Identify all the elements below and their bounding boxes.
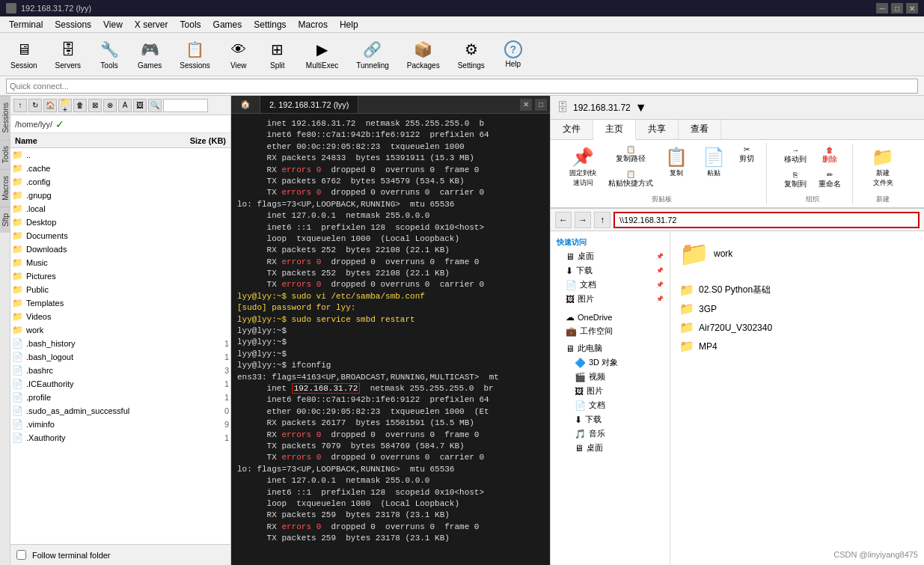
menu-item-help[interactable]: Help	[334, 18, 364, 31]
list-item[interactable]: 📁 Documents	[10, 229, 230, 242]
folder-3gp[interactable]: 📁 3GP	[676, 299, 918, 318]
ribbon-tab-view[interactable]: 查看	[679, 120, 721, 139]
col-size[interactable]: Size (KB)	[169, 136, 229, 145]
nav-3d-objects[interactable]: 🔷 3D 对象	[551, 355, 670, 370]
col-name[interactable]: Name	[12, 136, 169, 145]
nav-downloads[interactable]: ⬇ 下载 📌	[551, 263, 670, 278]
nav-music[interactable]: 🎵 音乐	[551, 427, 670, 441]
folder-python[interactable]: 📁 02.S0 Python基础	[676, 281, 918, 299]
nav-desktop2[interactable]: 🖥 桌面	[551, 441, 670, 455]
ribbon-tab-home[interactable]: 主页	[593, 120, 636, 140]
list-item[interactable]: 📄 .bashrc 3	[10, 364, 230, 377]
nav-desktop[interactable]: 🖥 桌面 📌	[551, 249, 670, 263]
nav-images[interactable]: 🖼 图片	[551, 384, 670, 398]
folder-mp4[interactable]: 📁 MP4	[676, 337, 918, 355]
toolbar-sessions[interactable]: 📋 Sessions	[175, 36, 215, 73]
menu-item-settings[interactable]: Settings	[248, 18, 292, 31]
copy-btn[interactable]: 📋 复制	[658, 143, 694, 182]
terminal-close-btn[interactable]: ✕	[520, 99, 532, 111]
terminal-home-tab[interactable]: 🏠	[231, 96, 260, 113]
ribbon-tab-file[interactable]: 文件	[551, 120, 593, 139]
ribbon-tab-share[interactable]: 共享	[636, 120, 679, 139]
nav-onedrive[interactable]: ☁ OneDrive	[551, 311, 670, 324]
minimize-button[interactable]: ─	[876, 3, 888, 13]
nav-docs2[interactable]: 📄 文档	[551, 398, 670, 412]
fp-refresh-btn[interactable]: ↻	[28, 99, 42, 112]
list-item[interactable]: 📁 Desktop	[10, 216, 230, 229]
menu-item-view[interactable]: View	[97, 18, 129, 31]
new-folder-btn[interactable]: 📁 新建文件夹	[865, 143, 901, 192]
toolbar-help[interactable]: ? Help	[498, 37, 528, 71]
addr-forward-btn[interactable]: →	[575, 212, 591, 228]
toolbar-session[interactable]: 🖥 Session	[6, 36, 42, 73]
nav-pictures[interactable]: 🖼 图片 📌	[551, 292, 670, 306]
cut-btn[interactable]: ✂ 剪切	[733, 143, 760, 166]
toolbar-servers[interactable]: 🗄 Servers	[51, 36, 85, 73]
rename-btn[interactable]: ✏ 重命名	[813, 168, 846, 192]
nav-workspace[interactable]: 💼 工作空间	[551, 324, 670, 338]
fp-up-btn[interactable]: ↑	[13, 99, 27, 112]
menu-item-terminal[interactable]: Terminal	[3, 18, 49, 31]
tools-side-tab[interactable]: Tools	[0, 139, 10, 169]
addr-up-btn[interactable]: ↑	[594, 212, 611, 228]
list-item[interactable]: 📁 .local	[10, 202, 230, 216]
list-item[interactable]: 📁 ..	[10, 148, 230, 162]
list-item[interactable]: 📁 work	[10, 323, 230, 337]
move-to-btn[interactable]: → 移动到	[779, 144, 812, 167]
list-item[interactable]: 📄 .Xauthority 1	[10, 431, 230, 445]
list-item[interactable]: 📁 .cache	[10, 162, 230, 175]
list-item[interactable]: 📄 .viminfo 9	[10, 418, 230, 431]
maximize-button[interactable]: □	[891, 3, 903, 13]
list-item[interactable]: 📁 Downloads	[10, 242, 230, 256]
terminal-max-btn[interactable]: □	[535, 99, 547, 111]
list-item[interactable]: 📁 Templates	[10, 296, 230, 310]
paste-btn[interactable]: 📄 粘贴	[696, 143, 732, 192]
menu-item-games[interactable]: Games	[207, 18, 248, 31]
addr-back-btn[interactable]: ←	[555, 212, 572, 228]
fp-filter-btn[interactable]: ⊠	[88, 99, 102, 112]
close-button[interactable]: ✕	[906, 3, 918, 13]
list-item[interactable]: 📁 Public	[10, 283, 230, 296]
fp-home-btn[interactable]: 🏠	[43, 99, 57, 112]
toolbar-multiexec[interactable]: ▶ MultiExec	[302, 36, 343, 73]
list-item[interactable]: 📄 .bash_logout 1	[10, 350, 230, 364]
fp-new-folder-btn[interactable]: 📁+	[58, 99, 72, 112]
toolbar-split[interactable]: ⊞ Split	[263, 36, 293, 73]
terminal-content[interactable]: inet 192.168.31.72 netmask 255.255.255.0…	[231, 114, 550, 565]
nav-videos[interactable]: 🎬 视频	[551, 370, 670, 384]
menu-item-tools[interactable]: Tools	[174, 18, 207, 31]
menu-item-sessions[interactable]: Sessions	[49, 18, 97, 31]
macros-side-tab[interactable]: Macros	[0, 169, 10, 207]
fp-image-btn[interactable]: 🖼	[133, 99, 147, 112]
quick-connect-input[interactable]	[6, 79, 918, 94]
list-item[interactable]: 📁 .gnupg	[10, 189, 230, 202]
toolbar-packages[interactable]: 📦 Packages	[403, 36, 444, 73]
fp-search-btn[interactable]: 🔍	[148, 99, 162, 112]
fp-delete-btn[interactable]: 🗑	[73, 99, 87, 112]
list-item[interactable]: 📁 Pictures	[10, 269, 230, 283]
toolbar-games[interactable]: 🎮 Games	[133, 36, 166, 73]
fp-search-input[interactable]	[163, 99, 208, 112]
folder-item-work[interactable]: 📁 work	[676, 237, 918, 270]
sessions-side-tab[interactable]: Sessions	[0, 96, 10, 139]
fp-stop-btn[interactable]: ⊗	[103, 99, 117, 112]
pin-to-quick-btn[interactable]: 📌 固定到快速访问	[563, 143, 603, 192]
toolbar-settings[interactable]: ⚙ Settings	[453, 36, 489, 73]
list-item[interactable]: 📄 .ICEauthority 1	[10, 377, 230, 391]
menu-item-x server[interactable]: X server	[129, 18, 174, 31]
list-item[interactable]: 📄 .sudo_as_admin_successful 0	[10, 404, 230, 418]
terminal-active-tab[interactable]: 2. 192.168.31.72 (lyy)	[260, 96, 358, 113]
list-item[interactable]: 📁 .config	[10, 175, 230, 189]
menu-item-macros[interactable]: Macros	[293, 18, 334, 31]
toolbar-tunneling[interactable]: 🔗 Tunneling	[352, 36, 394, 73]
copy-path-btn[interactable]: 📋 复制路径	[605, 143, 657, 166]
paste-shortcut-btn[interactable]: 📋 粘贴快捷方式	[605, 168, 657, 191]
nav-dl2[interactable]: ⬇ 下载	[551, 412, 670, 427]
list-item[interactable]: 📁 Music	[10, 256, 230, 269]
sftp-side-tab[interactable]: Sftp	[0, 207, 10, 233]
follow-checkbox[interactable]	[16, 550, 26, 560]
copy-to-btn[interactable]: ⎘ 复制到	[779, 168, 812, 192]
nav-documents[interactable]: 📄 文档 📌	[551, 278, 670, 292]
folder-air720u[interactable]: 📁 Air720U_V302340	[676, 318, 918, 337]
address-input[interactable]	[614, 212, 920, 228]
